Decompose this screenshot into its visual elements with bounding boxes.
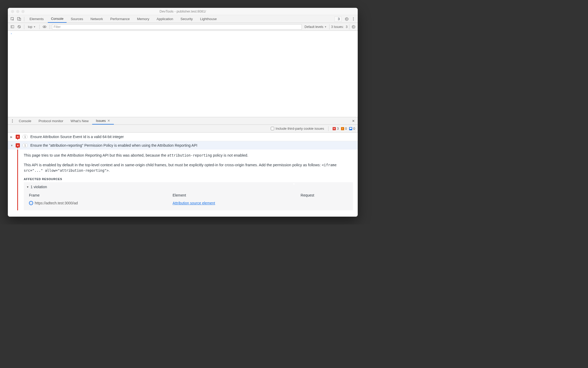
error-icon <box>333 127 336 130</box>
warning-icon <box>341 127 344 130</box>
error-speech-icon <box>16 143 20 147</box>
info-icon <box>349 127 352 130</box>
error-speech-icon <box>16 135 20 139</box>
issues-summary[interactable]: 3 Issues: 3 <box>329 24 349 29</box>
devtools-window: DevTools - publisher.test:8081/ Elements… <box>8 8 358 217</box>
console-toolbar: top ▼ Default levels ▼ 3 Issues: 3 <box>8 23 358 31</box>
